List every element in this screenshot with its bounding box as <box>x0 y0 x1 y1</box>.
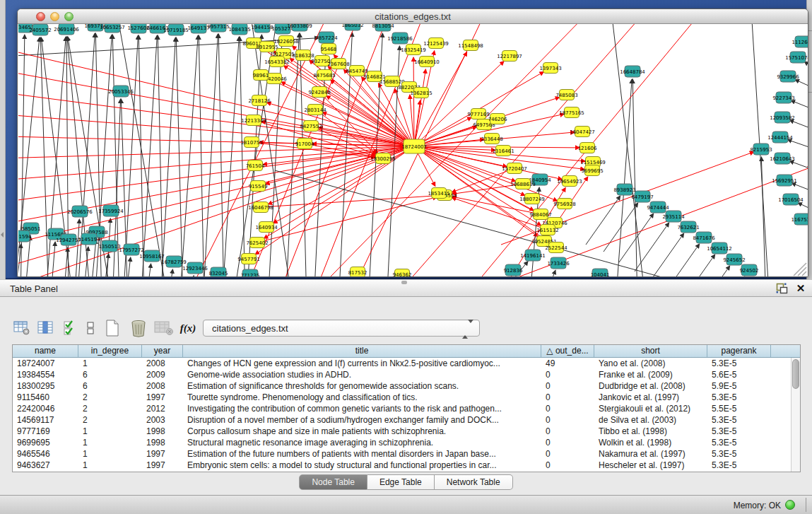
table-cell[interactable]: 2 <box>78 414 142 426</box>
network-edge[interactable] <box>158 35 163 277</box>
table-cell[interactable]: 9115460 <box>13 392 78 403</box>
table-row[interactable]: 1872400712008Changes of HCN gene express… <box>13 358 791 369</box>
network-edge[interactable] <box>267 103 414 146</box>
table-cell[interactable]: 6 <box>78 369 142 380</box>
network-edge[interactable] <box>635 223 669 271</box>
table-cell[interactable]: 0 <box>541 460 594 471</box>
column-header-spacer[interactable] <box>771 345 792 357</box>
table-cell[interactable]: 2008 <box>142 358 183 369</box>
table-row[interactable]: 946362711997Embryonic stem cells: a mode… <box>13 460 791 471</box>
control-panel-collapsed-strip[interactable] <box>0 0 6 279</box>
tab-edge-table[interactable]: Edge Table <box>367 474 435 490</box>
table-row[interactable]: 911546021997Tourette syndrome. Phenomeno… <box>13 392 791 403</box>
table-cell[interactable]: 5.3E-5 <box>707 358 771 369</box>
network-edge[interactable] <box>586 196 620 245</box>
table-cell[interactable]: Stergiakouli et al. (2012) <box>594 403 707 414</box>
table-cell[interactable]: 6 <box>78 380 142 392</box>
table-cell[interactable]: 5.3E-5 <box>707 448 771 460</box>
network-window-titlebar[interactable]: citations_edges.txt <box>18 9 808 24</box>
table-row[interactable]: 1830029562008Estimation of significance … <box>13 380 791 392</box>
table-cell[interactable]: 1997 <box>142 448 183 460</box>
network-edge[interactable] <box>649 233 684 277</box>
table-cell[interactable]: Investigating the contribution of common… <box>183 403 541 414</box>
table-cell[interactable]: Tibbo et al. (1998) <box>594 426 707 437</box>
table-selector-dropdown[interactable]: citations_edges.txt <box>203 320 480 337</box>
network-edge[interactable] <box>167 269 172 277</box>
table-cell[interactable]: 5.3E-5 <box>707 460 771 471</box>
table-cell[interactable] <box>771 380 791 392</box>
network-edge[interactable] <box>218 34 224 277</box>
table-row[interactable]: 977716911998Corpus callosum shape and si… <box>13 426 791 437</box>
table-row[interactable]: 1938455462009Genome-wide association stu… <box>13 369 791 380</box>
table-cell[interactable]: Nakamura et al. (1997) <box>594 448 707 460</box>
network-edge[interactable] <box>445 167 808 277</box>
table-cell[interactable]: 19384554 <box>13 369 78 380</box>
table-cell[interactable] <box>771 403 791 414</box>
table-cell[interactable] <box>771 369 791 380</box>
table-cell[interactable]: 9777169 <box>13 426 78 437</box>
table-cell[interactable]: 0 <box>541 380 594 392</box>
table-cell[interactable] <box>771 414 791 426</box>
network-edge[interactable] <box>160 37 175 277</box>
table-cell[interactable]: 9699695 <box>13 437 78 448</box>
table-cell[interactable]: Estimation of significance thresholds fo… <box>183 380 541 392</box>
network-edge[interactable] <box>189 276 194 277</box>
network-edge[interactable] <box>286 33 299 277</box>
table-cell[interactable]: 22420046 <box>13 403 78 414</box>
table-cell[interactable]: Estimation of the future numbers of pati… <box>183 448 541 460</box>
table-cell[interactable]: 9463627 <box>13 460 78 471</box>
table-cell[interactable]: 0 <box>541 448 594 460</box>
network-edge[interactable] <box>146 264 151 277</box>
table-cell[interactable]: 1 <box>78 426 142 437</box>
memory-ok-indicator-icon[interactable] <box>785 500 795 510</box>
close-panel-button[interactable]: ✕ <box>794 281 807 296</box>
network-edge[interactable] <box>125 257 131 277</box>
table-cell[interactable]: 0 <box>541 403 594 414</box>
network-canvas[interactable]: 9346512405572206914061693714106532571527… <box>18 24 808 277</box>
table-cell[interactable]: Embryonic stem cells: a model to study s… <box>183 460 541 471</box>
table-cell[interactable]: 1997 <box>142 392 183 403</box>
table-cell[interactable]: 0 <box>541 426 594 437</box>
table-cell[interactable]: 0 <box>541 369 594 380</box>
table-cell[interactable] <box>771 426 791 437</box>
table-cell[interactable]: 18300295 <box>13 380 78 392</box>
network-edge[interactable] <box>257 197 437 243</box>
network-edge[interactable] <box>199 35 204 277</box>
table-cell[interactable]: 1 <box>78 448 142 460</box>
table-cell[interactable]: 5.3E-5 <box>707 414 771 426</box>
table-cell[interactable]: Dudbridge et al. (2008) <box>594 380 707 392</box>
column-header-out_de[interactable]: △ out_de... <box>541 345 594 357</box>
network-edge[interactable] <box>791 100 808 112</box>
table-cell[interactable]: 5.3E-5 <box>707 392 771 403</box>
column-header-year[interactable]: year <box>142 345 183 357</box>
table-cell[interactable]: 49 <box>541 358 594 369</box>
network-edge[interactable] <box>804 62 808 71</box>
table-cell[interactable]: Wolkin et al. (1998) <box>594 437 707 448</box>
network-edge[interactable] <box>681 255 715 277</box>
network-view-window[interactable]: citations_edges.txt 93465124055722069140… <box>17 8 808 277</box>
table-cell[interactable]: Yano et al. (2008) <box>594 358 707 369</box>
window-resize-grip[interactable] <box>794 263 806 276</box>
network-edge[interactable] <box>203 34 218 277</box>
column-header-title[interactable]: title <box>183 345 541 357</box>
table-cell[interactable]: Franke et al. (2009) <box>594 369 707 380</box>
table-cell[interactable]: 1 <box>78 437 142 448</box>
network-edge[interactable] <box>795 80 808 90</box>
network-edge[interactable] <box>798 203 808 213</box>
table-cell[interactable]: 2 <box>78 392 142 403</box>
table-mode-icon[interactable] <box>13 317 31 339</box>
table-cell[interactable]: 2012 <box>142 403 183 414</box>
column-header-in_degree[interactable]: in_degree <box>78 345 142 357</box>
network-edge[interactable] <box>789 161 808 172</box>
table-cell[interactable]: 1 <box>78 460 142 471</box>
column-visibility-icon[interactable] <box>37 317 55 339</box>
network-edge[interactable] <box>632 79 637 277</box>
network-edge[interactable] <box>180 35 198 277</box>
table-cell[interactable]: 1997 <box>142 460 183 471</box>
network-edge[interactable] <box>176 37 183 277</box>
column-header-pagerank[interactable]: pagerank <box>707 345 771 357</box>
tab-network-table[interactable]: Network Table <box>435 474 513 490</box>
network-edge[interactable] <box>792 183 808 194</box>
tab-node-table[interactable]: Node Table <box>299 474 367 490</box>
float-panel-button[interactable] <box>776 283 789 294</box>
